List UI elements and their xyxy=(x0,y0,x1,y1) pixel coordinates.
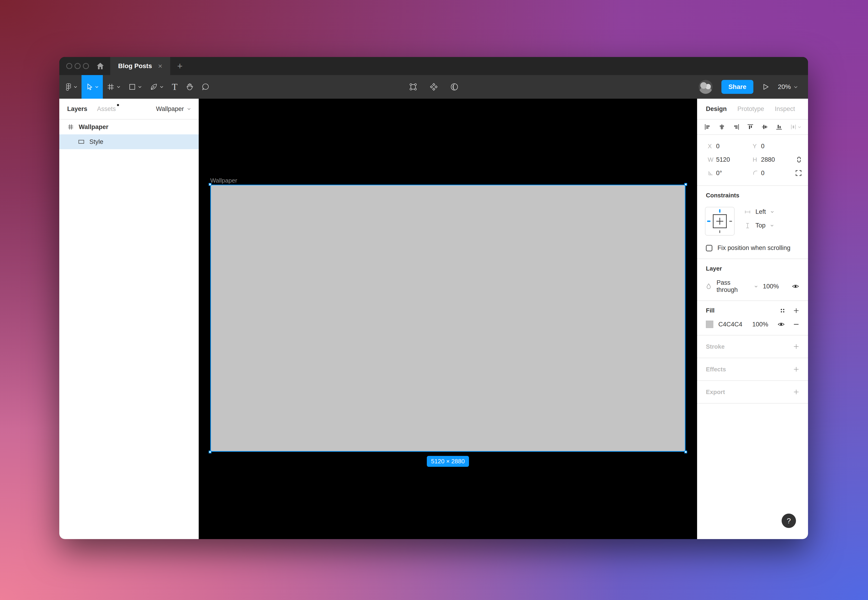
mask-icon[interactable] xyxy=(450,82,459,91)
position-row-xy: X 0 Y 0 xyxy=(697,139,808,153)
export-section: Export xyxy=(697,381,808,403)
layer-title: Layer xyxy=(706,265,799,272)
comment-bubble-icon xyxy=(202,83,209,91)
share-button[interactable]: Share xyxy=(721,80,753,94)
create-component-icon[interactable] xyxy=(429,83,438,91)
align-right-icon[interactable] xyxy=(733,123,740,130)
align-vertical-center-icon[interactable] xyxy=(761,123,768,130)
corner-radius-icon xyxy=(753,170,761,176)
w-input[interactable]: 5120 xyxy=(716,156,753,163)
rectangle-layer-icon xyxy=(78,139,84,144)
stroke-section: Stroke xyxy=(697,335,808,358)
frame-label[interactable]: Wallpaper xyxy=(210,177,237,184)
layer-name: Style xyxy=(89,138,103,145)
fill-title: Fill xyxy=(706,307,715,314)
add-effect-icon[interactable] xyxy=(793,366,799,372)
independent-corners-icon[interactable] xyxy=(795,170,802,177)
selected-frame[interactable] xyxy=(210,185,685,452)
zoom-menu[interactable]: 20% xyxy=(778,83,798,91)
vertical-constraint-dropdown[interactable]: Top xyxy=(744,222,774,229)
page-selector-label: Wallpaper xyxy=(156,105,184,112)
horizontal-constraint-dropdown[interactable]: Left xyxy=(744,208,774,215)
fill-color-swatch[interactable] xyxy=(706,321,713,328)
fill-styles-icon[interactable] xyxy=(780,308,785,314)
blend-mode-value: Pass through xyxy=(717,279,751,294)
fill-hex-input[interactable]: C4C4C4 xyxy=(718,321,752,328)
fill-section: Fill C4C4C4 100% xyxy=(697,301,808,335)
window-body: Layers Assets Wallpaper xyxy=(59,99,808,539)
chevron-down-icon xyxy=(95,86,99,88)
text-tool-button[interactable]: T xyxy=(168,75,181,99)
zoom-window-button[interactable] xyxy=(83,63,89,69)
size-badge-wrap: 5120 × 2880 xyxy=(210,456,685,467)
frame-tool-button[interactable] xyxy=(103,75,125,99)
fix-position-checkbox[interactable] xyxy=(706,245,712,252)
add-fill-icon[interactable] xyxy=(793,308,799,314)
chevron-down-icon xyxy=(754,285,758,288)
tab-blog-posts[interactable]: Blog Posts × xyxy=(110,57,170,75)
resize-handle-top-left[interactable] xyxy=(209,183,212,186)
add-stroke-icon[interactable] xyxy=(793,344,799,350)
layer-row-wallpaper[interactable]: Wallpaper xyxy=(59,120,199,134)
distribute-menu[interactable] xyxy=(790,123,801,130)
layer-visibility-eye-icon[interactable] xyxy=(792,283,799,289)
hand-tool-button[interactable] xyxy=(181,75,198,99)
comment-tool-button[interactable] xyxy=(198,75,213,99)
rotation-input[interactable]: 0° xyxy=(716,170,753,177)
tab-assets-label: Assets xyxy=(97,105,116,112)
align-bottom-icon[interactable] xyxy=(776,123,783,130)
y-label: Y xyxy=(753,143,761,150)
constraint-center xyxy=(720,218,720,225)
h-input[interactable]: 2880 xyxy=(761,156,798,163)
selection-tools xyxy=(409,75,459,99)
h-label: H xyxy=(753,156,761,163)
canvas[interactable]: Wallpaper 5120 × 2880 xyxy=(199,99,697,539)
add-export-icon[interactable] xyxy=(793,389,799,395)
layer-section: Layer Pass through 100% xyxy=(697,259,808,301)
tab-design[interactable]: Design xyxy=(706,105,727,112)
rectangle-icon xyxy=(129,83,136,90)
constraints-title: Constraints xyxy=(706,192,799,199)
y-input[interactable]: 0 xyxy=(761,143,798,150)
help-button[interactable]: ? xyxy=(782,514,796,528)
constrain-proportions-icon[interactable] xyxy=(796,156,802,163)
main-menu-button[interactable] xyxy=(59,75,82,99)
close-tab-icon[interactable]: × xyxy=(158,62,162,70)
edit-object-icon[interactable] xyxy=(409,82,417,91)
user-avatar[interactable] xyxy=(699,80,712,94)
blend-mode-dropdown[interactable]: Pass through xyxy=(717,279,758,294)
corner-radius-input[interactable]: 0 xyxy=(761,170,798,177)
resize-handle-top-right[interactable] xyxy=(684,183,687,186)
x-input[interactable]: 0 xyxy=(716,143,753,150)
move-cursor-icon xyxy=(86,83,93,91)
align-horizontal-center-icon[interactable] xyxy=(718,123,725,130)
tab-layers[interactable]: Layers xyxy=(67,105,87,112)
tab-inspect[interactable]: Inspect xyxy=(775,105,795,112)
chevron-down-icon xyxy=(117,86,120,88)
resize-handle-bottom-right[interactable] xyxy=(684,451,687,453)
present-icon[interactable] xyxy=(762,83,769,90)
shape-tool-button[interactable] xyxy=(125,75,146,99)
close-window-button[interactable] xyxy=(66,63,72,69)
remove-fill-icon[interactable] xyxy=(793,321,799,327)
move-tool-button[interactable] xyxy=(82,75,103,99)
zoom-level: 20% xyxy=(778,83,791,91)
home-button[interactable] xyxy=(89,57,110,75)
tab-assets[interactable]: Assets xyxy=(97,105,116,112)
pen-tool-button[interactable] xyxy=(146,75,168,99)
page-selector[interactable]: Wallpaper xyxy=(156,105,191,112)
new-tab-button[interactable]: + xyxy=(170,57,189,75)
layer-row-style[interactable]: Style xyxy=(59,134,199,149)
tab-prototype[interactable]: Prototype xyxy=(737,105,764,112)
constraints-widget[interactable] xyxy=(705,207,735,236)
layer-opacity-input[interactable]: 100% xyxy=(763,283,779,290)
x-label: X xyxy=(708,143,716,150)
minimize-window-button[interactable] xyxy=(74,63,80,69)
resize-handle-bottom-left[interactable] xyxy=(209,451,212,453)
align-top-icon[interactable] xyxy=(747,123,754,130)
align-left-icon[interactable] xyxy=(704,123,711,130)
fix-position-row: Fix position when scrolling xyxy=(706,244,799,252)
fill-visibility-eye-icon[interactable] xyxy=(777,321,785,327)
fill-opacity-input[interactable]: 100% xyxy=(752,321,777,328)
chevron-down-icon xyxy=(770,224,774,227)
